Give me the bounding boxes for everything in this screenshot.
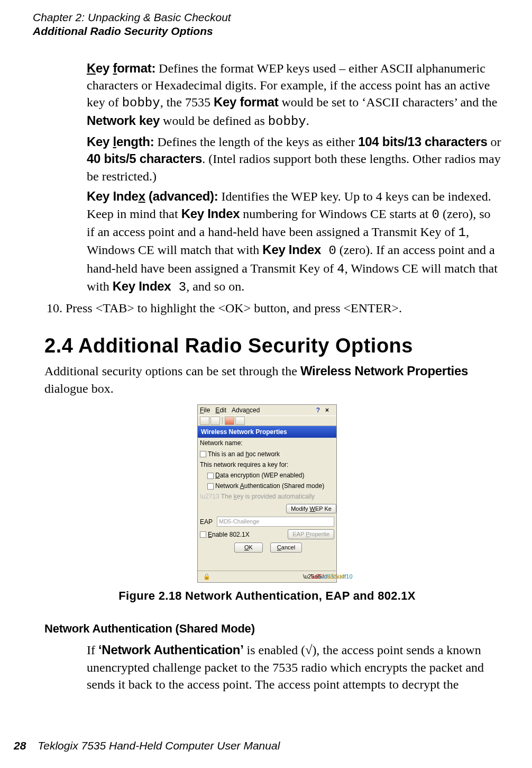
- lock-icon: 🔒: [203, 573, 210, 581]
- page-footer: 28Teklogix 7535 Hand-Held Computer User …: [14, 738, 280, 753]
- auth-checkbox[interactable]: [207, 483, 214, 490]
- adhoc-checkbox[interactable]: [200, 451, 206, 457]
- requires-key-label: This network requires a key for:: [198, 459, 336, 470]
- dialog-titlebar: Wireless Network Properties: [198, 426, 336, 438]
- key-auto-label: The key is provided automatically: [221, 493, 315, 500]
- enable-8021x-checkbox[interactable]: [200, 531, 206, 538]
- cancel-button[interactable]: Cancel: [270, 543, 302, 553]
- network-name-label: Network name:: [198, 438, 336, 448]
- step-10: 10. Press <TAB> to highlight the <OK> bu…: [65, 300, 501, 317]
- key-length-definition: Key length: Defines the length of the ke…: [87, 133, 501, 185]
- eap-dropdown[interactable]: MD5-Challenge: [217, 517, 334, 527]
- menu-file[interactable]: File: [200, 406, 210, 414]
- chapter-line: Chapter 2: Unpacking & Basic Checkout: [33, 11, 501, 24]
- page-number: 28: [14, 739, 26, 752]
- key-format-definition: Key format: Defines the format WEP keys …: [87, 60, 501, 131]
- tray-icon-1[interactable]: \u25a6: [303, 573, 310, 580]
- wep-checkbox[interactable]: [207, 473, 214, 479]
- section-2-4-intro: Additional security options can be set t…: [44, 363, 501, 397]
- toolbar-btn-4[interactable]: [235, 417, 245, 425]
- figure-2-18: File Edit Advanced ? × Wireless Network …: [33, 404, 501, 604]
- key-index-definition: Key Index (advanced): Identifies the WEP…: [87, 188, 501, 296]
- eap-row: EAP MD5-Challenge: [198, 515, 336, 528]
- toolbar-btn-2[interactable]: [210, 417, 220, 425]
- wep-label: Data encryption (WEP enabled): [215, 472, 305, 479]
- section-2-4-title: 2.4 Additional Radio Security Options: [44, 332, 501, 359]
- key-auto-row: \u2713The key is provided automatically: [198, 491, 336, 502]
- ok-button[interactable]: OK: [234, 543, 263, 553]
- page-header: Chapter 2: Unpacking & Basic Checkout Ad…: [33, 11, 501, 39]
- tray-icon-3[interactable]: \ud83c\udf10: [319, 573, 326, 580]
- ce-menubar: File Edit Advanced ? ×: [198, 405, 336, 415]
- help-icon[interactable]: ?: [316, 406, 320, 414]
- eap-properties-button[interactable]: EAP Propertie: [288, 529, 334, 539]
- enable-8021x-label: Enable 802.1X: [208, 530, 250, 539]
- tray-icon-4[interactable]: \u25d4: [327, 573, 334, 580]
- adhoc-label: This is an ad hoc network: [208, 450, 280, 458]
- enable-8021x-row: Enable 802.1X EAP Propertie: [198, 528, 336, 540]
- network-auth-heading: Network Authentication (Shared Mode): [44, 621, 501, 637]
- figure-caption: Figure 2.18 Network Authentication, EAP …: [33, 588, 501, 604]
- wep-row: Data encryption (WEP enabled): [205, 470, 336, 481]
- tray-icon-2[interactable]: \u25fc: [311, 573, 318, 580]
- adhoc-row: This is an ad hoc network: [198, 449, 336, 459]
- section-line: Additional Radio Security Options: [33, 24, 501, 38]
- ce-taskbar: 🔒 \u25a6\u25fc\ud83c\udf10\u25d4: [198, 571, 336, 582]
- toolbar-btn-1[interactable]: [200, 417, 209, 425]
- close-icon[interactable]: ×: [325, 406, 329, 414]
- auth-row: Network Authentication (Shared mode): [205, 481, 336, 491]
- tray-icons: \u25a6\u25fc\ud83c\udf10\u25d4: [302, 572, 334, 581]
- dialog-bottom-buttons: OK Cancel: [198, 540, 336, 556]
- modify-wep-row: Modify WEP Ke: [198, 502, 336, 516]
- auth-label: Network Authentication (Shared mode): [215, 482, 324, 490]
- menu-edit[interactable]: Edit: [215, 406, 226, 414]
- modify-wep-button[interactable]: Modify WEP Ke: [286, 504, 336, 514]
- network-auth-body: If ‘Network Authentication’ is enabled (…: [87, 641, 501, 693]
- ce-toolbar: [198, 415, 336, 426]
- toolbar-btn-3[interactable]: [225, 417, 234, 425]
- ce-window: File Edit Advanced ? × Wireless Network …: [197, 404, 337, 583]
- eap-label: EAP: [200, 518, 213, 526]
- footer-text: Teklogix 7535 Hand-Held Computer User Ma…: [38, 739, 280, 752]
- menu-advanced[interactable]: Advanced: [232, 406, 260, 414]
